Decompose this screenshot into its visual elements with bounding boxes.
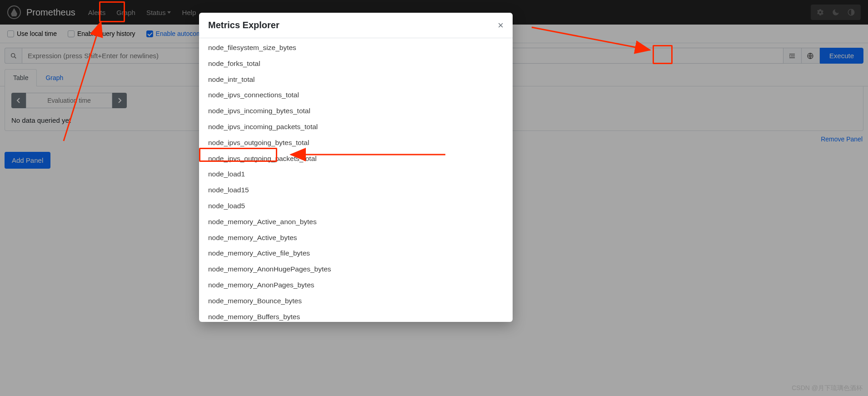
metric-item[interactable]: node_load1 (199, 166, 513, 182)
watermark: CSDN @月下琉璃色酒杯 (792, 384, 863, 392)
metric-item[interactable]: node_ipvs_outgoing_packets_total (199, 151, 513, 167)
modal-header: Metrics Explorer × (199, 13, 513, 38)
metric-item[interactable]: node_memory_AnonHugePages_bytes (199, 261, 513, 277)
metric-item[interactable]: node_ipvs_incoming_bytes_total (199, 103, 513, 119)
metric-item[interactable]: node_memory_Active_anon_bytes (199, 214, 513, 230)
metrics-explorer-modal: Metrics Explorer × node_filesystem_size_… (199, 13, 513, 322)
metric-item[interactable]: node_memory_Bounce_bytes (199, 293, 513, 309)
modal-close-button[interactable]: × (498, 20, 504, 30)
metric-item[interactable]: node_memory_Active_bytes (199, 230, 513, 246)
metric-item[interactable]: node_memory_AnonPages_bytes (199, 277, 513, 293)
metric-item[interactable]: node_memory_Buffers_bytes (199, 309, 513, 322)
metric-item[interactable]: node_ipvs_connections_total (199, 87, 513, 103)
metric-item[interactable]: node_ipvs_incoming_packets_total (199, 119, 513, 135)
close-icon: × (498, 20, 504, 31)
metric-item[interactable]: node_load5 (199, 198, 513, 214)
metric-item[interactable]: node_filesystem_size_bytes (199, 40, 513, 56)
metric-item[interactable]: node_load15 (199, 182, 513, 198)
metric-item[interactable]: node_ipvs_outgoing_bytes_total (199, 135, 513, 151)
metrics-list[interactable]: node_filesystem_size_bytesnode_forks_tot… (199, 38, 513, 322)
metric-item[interactable]: node_memory_Active_file_bytes (199, 246, 513, 261)
metric-item[interactable]: node_intr_total (199, 72, 513, 88)
modal-title: Metrics Explorer (208, 20, 279, 30)
metric-item[interactable]: node_forks_total (199, 56, 513, 72)
